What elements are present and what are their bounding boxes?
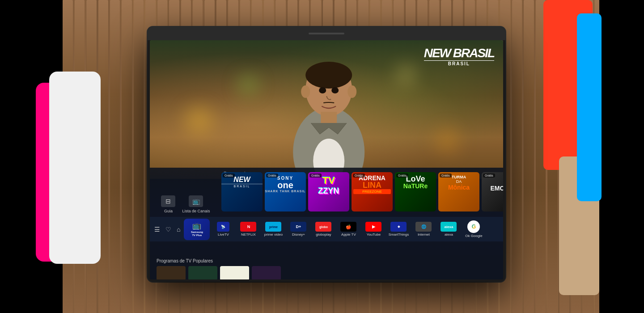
accent-blue	[577, 13, 602, 201]
samsung-tv-icon: 📺	[192, 221, 201, 230]
smartthings-label: SmartThings	[389, 233, 409, 237]
hero-area: NEW BRASIL BRASIL	[150, 40, 503, 179]
globoplay-app[interactable]: globo globoplay	[312, 219, 335, 240]
tv-screen: NEW BRASIL BRASIL Recomendar ⊟ Guia 📺 Li…	[150, 40, 503, 279]
tv-top-bar	[148, 27, 505, 40]
netflix-icon: N	[240, 222, 256, 232]
youtube-app[interactable]: ▶ YouTube	[362, 219, 385, 240]
black-right-panel	[599, 0, 644, 313]
programa-thumb-4[interactable]	[252, 266, 281, 279]
alexa-label: alexa	[445, 233, 453, 237]
guia-menu-item[interactable]: ⊟ Guia	[161, 195, 175, 213]
lista-canais-menu-item[interactable]: 📺 Lista de Canais	[182, 195, 210, 213]
internet-label: Internet	[418, 233, 430, 237]
smartthings-app[interactable]: ◈ SmartThings	[387, 219, 410, 240]
smartthings-icon: ◈	[390, 222, 407, 232]
gratis-badge-emc: Grátis	[483, 173, 495, 178]
programa-thumb-2[interactable]	[188, 266, 217, 279]
nav-icons: ☰ ♡ ⌂	[154, 226, 180, 233]
bokeh-circle-2	[239, 76, 257, 94]
internet-app[interactable]: 🌐 Internet	[412, 219, 435, 240]
programas-title: Programas de TV Populares	[157, 258, 496, 263]
ok-google-label: Ok Google	[465, 234, 482, 238]
gratis-badge-monica: Grátis	[440, 173, 452, 178]
alexa-app[interactable]: alexa alexa	[437, 219, 460, 240]
svg-point-5	[347, 85, 356, 98]
ui-overlay: Recomendar ⊟ Guia 📺 Lista de Canais Grát…	[150, 168, 503, 279]
programas-row	[157, 266, 496, 279]
samsung-tvplus-label: SamsungTV Plus	[191, 231, 203, 237]
gratis-badge-new-brasil: Grátis	[223, 173, 235, 178]
lista-icon: 📺	[189, 195, 203, 207]
home-icon[interactable]: ⌂	[177, 226, 180, 233]
prime-video-icon: prime	[265, 222, 281, 232]
youtube-icon: ▶	[365, 222, 381, 232]
prime-video-label: prime video	[264, 233, 283, 237]
hero-figure	[271, 49, 387, 179]
samsung-tvplus-app[interactable]: 📺 SamsungTV Plus	[184, 219, 210, 240]
lista-canais-label: Lista de Canais	[182, 209, 210, 213]
ok-google-app[interactable]: G Ok Google	[462, 219, 485, 240]
svg-point-3	[305, 62, 352, 89]
channel-card-sony-one[interactable]: Grátis SONY one SHARK TANK BRASIL	[265, 172, 306, 211]
channels-row: Grátis NEW BRASIL Grátis SONY one SHARK …	[221, 172, 503, 215]
gratis-badge-adrenalina: Grátis	[353, 173, 365, 178]
programa-thumb-3[interactable]	[220, 266, 249, 279]
channel-card-emc[interactable]: Grátis EMC	[482, 172, 503, 211]
livetv-app[interactable]: 📡 LiveTV	[212, 219, 235, 240]
new-brasil-channel-logo: NEW BRASIL BRASIL	[424, 47, 494, 66]
bokeh-circle-3	[436, 130, 458, 152]
gratis-badge-love-nature: Grátis	[396, 173, 408, 178]
programas-section: Programas de TV Populares	[150, 255, 503, 279]
tv-frame: NEW BRASIL BRASIL Recomendar ⊟ Guia 📺 Li…	[148, 27, 505, 282]
bokeh-circle-4	[398, 67, 414, 83]
programa-thumb-1[interactable]	[157, 266, 186, 279]
prime-video-app[interactable]: prime prime video	[262, 219, 285, 240]
channel-card-love-nature[interactable]: Grátis LoVe NaTURe	[395, 172, 436, 211]
netflix-label: NETFLIX	[241, 233, 256, 237]
channel-card-tv-zzyn[interactable]: Grátis TVZZYN	[308, 172, 349, 211]
disney-app[interactable]: D+ Disney+	[287, 219, 310, 240]
bokeh-circle-1	[186, 107, 212, 134]
apple-tv-label: Apple TV	[341, 233, 356, 237]
apple-tv-icon: 🍎	[340, 222, 356, 232]
internet-icon: 🌐	[415, 222, 432, 232]
livetv-label: LiveTV	[218, 233, 229, 237]
svg-point-7	[319, 87, 326, 93]
globoplay-label: globoplay	[316, 233, 331, 237]
app-bar: ☰ ♡ ⌂ 📺 SamsungTV Plus 📡 LiveTV N	[150, 217, 503, 241]
channel-card-new-brasil[interactable]: Grátis NEW BRASIL	[221, 172, 263, 211]
heart-icon[interactable]: ♡	[165, 226, 171, 233]
guia-label: Guia	[164, 209, 173, 213]
tv-speaker	[309, 33, 344, 34]
hamburger-icon[interactable]: ☰	[154, 226, 160, 233]
guia-icon: ⊟	[161, 195, 175, 207]
left-menu: ⊟ Guia 📺 Lista de Canais	[154, 195, 217, 213]
globoplay-icon: globo	[315, 222, 331, 232]
netflix-app[interactable]: N NETFLIX	[237, 219, 260, 240]
gratis-badge-sony: Grátis	[266, 173, 278, 178]
alexa-icon: alexa	[441, 222, 457, 232]
svg-point-8	[331, 87, 339, 93]
apple-tv-app[interactable]: 🍎 Apple TV	[337, 219, 360, 240]
accent-white	[49, 72, 101, 264]
gratis-badge-zzyn: Grátis	[309, 173, 322, 178]
channel-card-adrenalina[interactable]: Grátis ADRENA LINA FREEZONE	[352, 172, 393, 211]
svg-point-4	[301, 85, 310, 98]
youtube-label: YouTube	[367, 233, 381, 237]
livetv-icon: 📡	[217, 222, 229, 232]
disney-label: Disney+	[292, 233, 305, 237]
google-icon: G	[467, 220, 480, 233]
disney-icon: D+	[290, 222, 306, 232]
channel-card-turma-monica[interactable]: Grátis TURMA DA Mônica	[438, 172, 479, 211]
